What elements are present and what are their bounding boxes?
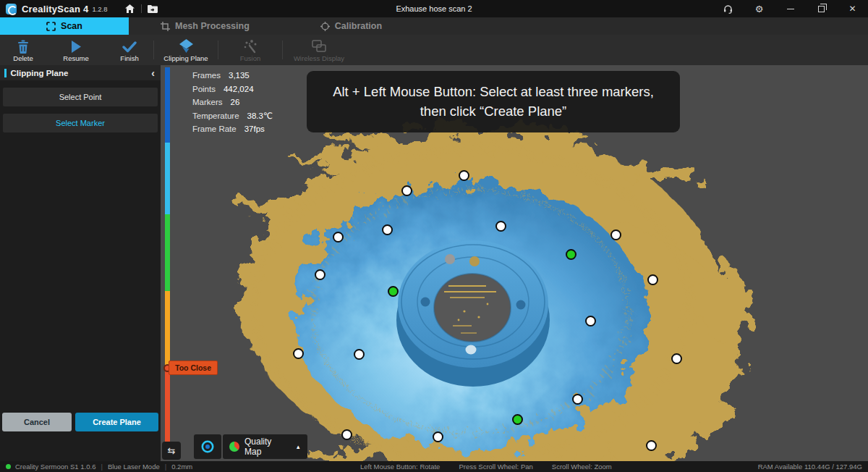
too-close-badge: Too Close (169, 361, 218, 375)
colorbar-segment-far-blue (165, 67, 170, 143)
colorbar-toggle-button[interactable]: ⇆ (162, 442, 181, 460)
wireless-display-label: Wireless Display (294, 54, 344, 62)
scan-marker-white[interactable] (315, 269, 326, 280)
fusion-button[interactable]: Fusion (218, 35, 282, 65)
stat-value: 442,024 (224, 85, 254, 93)
stat-value: 26 (231, 98, 240, 106)
scan-marker-white[interactable] (459, 170, 469, 181)
scan-marker-white[interactable] (401, 185, 412, 196)
titlebar-divider (141, 4, 142, 13)
status-divider: | (101, 463, 102, 471)
scan-marker-white[interactable] (341, 429, 352, 440)
finish-label: Finish (120, 54, 138, 62)
quality-map-label: Quality Map (244, 437, 291, 457)
folder-icon (148, 5, 158, 13)
tab-scan-label: Scan (61, 21, 82, 31)
support-button[interactable] (712, 0, 744, 17)
mesh-crop-icon (161, 22, 170, 31)
tooltip-line1: Alt + Left Mouse Button: Select at least… (314, 82, 673, 101)
scan-frame-icon (46, 22, 56, 31)
scan-marker-green[interactable] (512, 414, 523, 425)
delete-label: Delete (13, 54, 33, 62)
minimize-icon (787, 9, 794, 9)
hint-pan: Press Scroll Wheel: Pan (459, 463, 532, 471)
tab-mesh-processing[interactable]: Mesh Processing (156, 17, 254, 35)
panel-title: Clipping Plane (11, 69, 69, 77)
minimize-button[interactable] (775, 0, 806, 17)
scan-marker-white[interactable] (572, 394, 583, 405)
delete-button[interactable]: Delete (0, 35, 46, 65)
tooltip-line2: then click “Create Plane” (314, 101, 673, 121)
panel-accent-bar (4, 69, 7, 77)
app-name: CrealityScan 4 (22, 4, 88, 14)
resume-button[interactable]: Resume (46, 35, 106, 65)
scan-toolbar: Delete Resume Finish Clipping Plane Fusi… (0, 35, 868, 65)
stat-label: Temperature (192, 111, 239, 120)
scan-marker-white[interactable] (495, 221, 506, 232)
title-bar: CrealityScan 4 1.2.8 Exhause hose scan 2… (0, 0, 868, 17)
scan-marker-white[interactable] (671, 353, 682, 364)
open-project-button[interactable] (143, 2, 162, 15)
app-logo-icon (6, 4, 17, 14)
scan-marker-white[interactable] (610, 229, 621, 240)
scan-marker-green[interactable] (388, 286, 399, 297)
clipping-plane-button[interactable]: Clipping Plane (154, 35, 218, 65)
stat-value: 3,135 (229, 71, 250, 80)
create-plane-button[interactable]: Create Plane (75, 413, 158, 431)
scan-marker-white[interactable] (647, 274, 658, 285)
device-connected-dot (6, 464, 11, 469)
scan-marker-white[interactable] (433, 431, 443, 442)
close-icon: ✕ (848, 4, 856, 14)
scan-marker-green[interactable] (566, 249, 576, 260)
finish-button[interactable]: Finish (106, 35, 153, 65)
stat-value: 38.3℃ (247, 111, 273, 121)
ram-available: RAM Available 110.44G / 127.94G (758, 463, 862, 471)
stat-value: 37fps (244, 125, 265, 133)
tab-calibration[interactable]: Calibration (316, 17, 386, 35)
clipping-plane-label: Clipping Plane (163, 54, 208, 62)
caret-up-icon: ▲ (296, 444, 301, 450)
scan-marker-white[interactable] (585, 316, 596, 326)
stat-label: Markers (192, 98, 223, 106)
tab-calibration-label: Calibration (335, 21, 382, 31)
restore-icon (818, 6, 825, 12)
cancel-button[interactable]: Cancel (2, 413, 72, 431)
stat-label: Frames (192, 71, 221, 80)
device-name: Creality Sermoon S1 1.0.6 (15, 463, 95, 471)
scan-marker-white[interactable] (293, 348, 304, 359)
quality-map-icon (229, 442, 239, 452)
restore-button[interactable] (806, 0, 837, 17)
tab-mesh-label: Mesh Processing (175, 21, 250, 31)
quality-map-dropdown[interactable]: Quality Map ▲ (223, 434, 307, 459)
locate-icon (200, 439, 215, 454)
close-button[interactable]: ✕ (837, 0, 868, 17)
stat-label: Frame Rate (192, 125, 237, 133)
3d-viewport[interactable]: Frames3,135 Points442,024 Markers26 Temp… (161, 65, 868, 461)
fusion-label: Fusion (240, 54, 261, 62)
fit-view-button[interactable] (194, 434, 221, 459)
select-point-button[interactable]: Select Point (3, 88, 158, 106)
select-marker-button[interactable]: Select Marker (3, 114, 158, 132)
stat-label: Points (192, 85, 216, 93)
status-divider: | (165, 463, 166, 471)
hint-zoom: Scroll Wheel: Zoom (552, 463, 612, 471)
play-icon (69, 40, 82, 54)
scan-marker-white[interactable] (646, 440, 657, 451)
scan-marker-white[interactable] (333, 232, 344, 243)
settings-button[interactable]: ⚙ (744, 0, 775, 17)
tab-scan[interactable]: Scan (0, 17, 129, 35)
mode-tab-bar: Scan Mesh Processing Calibration (0, 17, 868, 35)
home-button[interactable] (121, 2, 140, 15)
clipping-plane-icon (179, 39, 194, 54)
colorbar-segment-cyan (165, 143, 170, 214)
wireless-display-button[interactable]: Wireless Display (283, 35, 355, 65)
panel-collapse-chevron-icon[interactable]: ‹ (151, 68, 155, 78)
resume-label: Resume (63, 54, 88, 62)
wireless-display-icon (312, 40, 326, 54)
scan-marker-white[interactable] (382, 224, 393, 235)
scan-marker-white[interactable] (354, 349, 365, 360)
distance-colorbar (165, 67, 170, 455)
calibration-target-icon (320, 22, 330, 31)
clipping-plane-panel: Clipping Plane ‹ Select Point Select Mar… (0, 65, 161, 461)
panel-header: Clipping Plane ‹ (0, 65, 161, 80)
